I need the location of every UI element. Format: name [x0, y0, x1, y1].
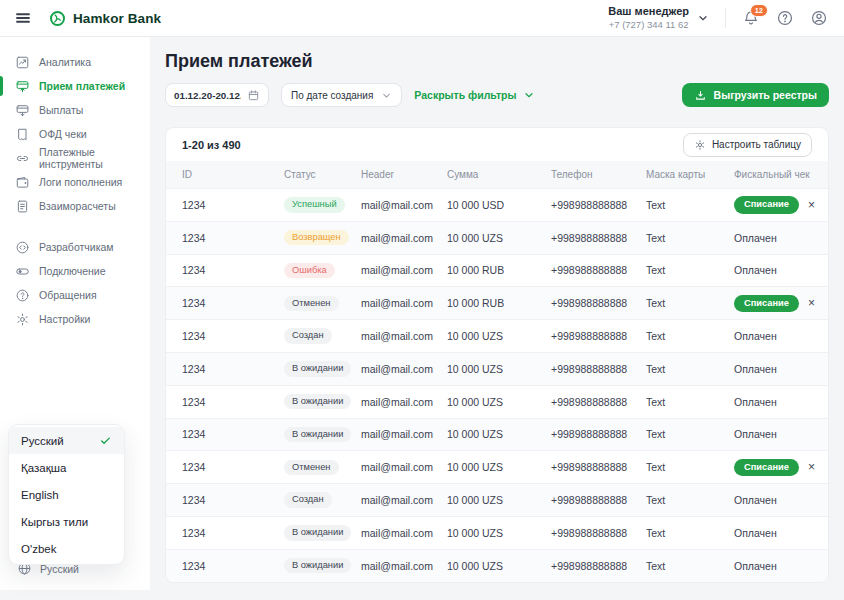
sidebar-item-gear[interactable]: Настройки — [0, 307, 150, 331]
status-badge: Успешный — [284, 197, 345, 212]
manager-phone: +7 (727) 344 11 62 — [609, 19, 689, 31]
table-row[interactable]: 1234 Ошибка mail@mail.com 10 000 RUB +99… — [166, 254, 828, 287]
cell-id: 1234 — [182, 428, 284, 440]
fiscal-status-text: Оплачен — [734, 363, 777, 375]
status-badge: В ожидании — [284, 394, 351, 409]
table-row[interactable]: 1234 Отменен mail@mail.com 10 000 UZS +9… — [166, 450, 828, 483]
notifications-count-badge: 12 — [750, 4, 768, 17]
sidebar-item-wallet[interactable]: Логи пополнения — [0, 170, 150, 194]
topbar-divider — [725, 8, 726, 28]
cell-status: В ожидании — [284, 361, 361, 376]
language-menu-item[interactable]: O'zbek — [9, 535, 124, 562]
sort-by-value: По дате создания — [291, 90, 373, 101]
sidebar-item-toggle[interactable]: Подключение — [0, 259, 150, 283]
manager-chevron-down-icon[interactable] — [697, 12, 709, 24]
language-menu-item-label: O'zbek — [21, 543, 56, 555]
export-registries-button[interactable]: Выгрузить реестры — [682, 83, 829, 107]
sidebar-item-payments-in[interactable]: Прием платежей — [0, 74, 150, 98]
date-range-field[interactable] — [165, 83, 269, 107]
language-menu-item[interactable]: Русский — [9, 427, 124, 454]
sidebar-item-analytics[interactable]: Аналитика — [0, 50, 150, 74]
sidebar-item-label: Выплаты — [39, 104, 83, 116]
cell-header: mail@mail.com — [361, 428, 447, 440]
sort-by-select[interactable]: По дате создания — [281, 83, 402, 107]
fiscal-writeoff-badge[interactable]: Списание — [734, 196, 799, 213]
cell-fiscal: Оплачен — [734, 527, 812, 539]
calendar-icon[interactable] — [247, 89, 260, 102]
cell-card-mask: Text — [646, 527, 734, 539]
table-row[interactable]: 1234 Успешный mail@mail.com 10 000 USD +… — [166, 188, 828, 221]
language-menu-item[interactable]: Кыргыз тили — [9, 508, 124, 535]
configure-table-label: Настроить таблицу — [712, 139, 801, 150]
filter-bar: По дате создания Раскрыть фильтры Выгруз… — [165, 83, 829, 107]
table-row[interactable]: 1234 Создан mail@mail.com 10 000 UZS +99… — [166, 319, 828, 352]
profile-icon[interactable] — [810, 9, 828, 27]
export-registries-label: Выгрузить реестры — [714, 89, 817, 101]
configure-table-button[interactable]: Настроить таблицу — [683, 133, 812, 157]
status-badge: Создан — [284, 492, 332, 507]
table-row[interactable]: 1234 В ожидании mail@mail.com 10 000 UZS… — [166, 418, 828, 451]
table-header-row: IDСтатусHeaderСуммаТелефонМаска картыФис… — [166, 161, 828, 188]
cell-amount: 10 000 UZS — [447, 428, 551, 440]
developers-icon — [15, 240, 30, 255]
status-badge: Отменен — [284, 460, 339, 475]
gear-icon — [694, 139, 706, 151]
date-range-input[interactable] — [174, 90, 241, 101]
fiscal-writeoff-badge[interactable]: Списание — [734, 295, 799, 312]
cell-header: mail@mail.com — [361, 199, 447, 211]
cell-amount: 10 000 UZS — [447, 560, 551, 572]
cell-phone: +998988888888 — [551, 363, 646, 375]
column-header: Статус — [284, 169, 361, 180]
sidebar-item-question-circle[interactable]: Обращения — [0, 283, 150, 307]
page-title: Прием платежей — [165, 51, 829, 72]
cell-phone: +998988888888 — [551, 264, 646, 276]
sidebar-item-developers[interactable]: Разработчикам — [0, 235, 150, 259]
table-row[interactable]: 1234 Отменен mail@mail.com 10 000 RUB +9… — [166, 286, 828, 319]
payments-table-card: 1-20 из 490 Настроить таблицу IDСтатусHe… — [165, 127, 829, 583]
menu-icon[interactable] — [14, 8, 34, 28]
table-row[interactable]: 1234 В ожидании mail@mail.com 10 000 UZS… — [166, 352, 828, 385]
table-row[interactable]: 1234 В ожидании mail@mail.com 10 000 UZS… — [166, 549, 828, 582]
cell-status: Возвращен — [284, 230, 361, 245]
filters-chevron-down-icon — [523, 89, 535, 101]
sidebar-item-label: Взаиморасчеты — [39, 200, 116, 212]
brand-logo[interactable]: Hamkor Bank — [49, 10, 161, 27]
cell-amount: 10 000 UZS — [447, 396, 551, 408]
cell-status: Создан — [284, 328, 361, 343]
table-row[interactable]: 1234 В ожидании mail@mail.com 10 000 UZS… — [166, 385, 828, 418]
sidebar-item-payouts[interactable]: Выплаты — [0, 98, 150, 122]
cell-card-mask: Text — [646, 264, 734, 276]
help-icon[interactable] — [776, 9, 794, 27]
table-row[interactable]: 1234 Создан mail@mail.com 10 000 UZS +99… — [166, 483, 828, 516]
status-badge: Ошибка — [284, 263, 335, 278]
cell-card-mask: Text — [646, 297, 734, 309]
language-menu-item[interactable]: English — [9, 481, 124, 508]
status-badge: Отменен — [284, 296, 339, 311]
sidebar-item-receipt[interactable]: ОФД чеки — [0, 122, 150, 146]
table-row[interactable]: 1234 В ожидании mail@mail.com 10 000 UZS… — [166, 516, 828, 549]
status-badge: Возвращен — [284, 230, 349, 245]
receipt-icon — [15, 127, 30, 142]
fiscal-writeoff-badge[interactable]: Списание — [734, 459, 799, 476]
column-header: Фискальный чек — [734, 169, 812, 180]
dismiss-writeoff-icon[interactable]: × — [808, 297, 815, 309]
dismiss-writeoff-icon[interactable]: × — [808, 199, 815, 211]
cell-amount: 10 000 UZS — [447, 494, 551, 506]
sidebar-item-link[interactable]: Платежные инструменты — [0, 146, 150, 170]
notifications-bell-icon[interactable]: 12 — [742, 9, 760, 27]
cell-status: Отменен — [284, 296, 361, 311]
sidebar-item-document[interactable]: Взаиморасчеты — [0, 194, 150, 218]
cell-fiscal: Оплачен — [734, 264, 812, 276]
table-row[interactable]: 1234 Возвращен mail@mail.com 10 000 UZS … — [166, 221, 828, 254]
check-icon — [99, 434, 112, 447]
cell-fiscal: Оплачен — [734, 330, 812, 342]
wallet-icon — [15, 175, 30, 190]
language-menu-item[interactable]: Қазақша — [9, 454, 124, 481]
expand-filters-link[interactable]: Раскрыть фильтры — [414, 89, 535, 101]
cell-id: 1234 — [182, 461, 284, 473]
language-menu-item-label: Қазақша — [21, 462, 66, 474]
dismiss-writeoff-icon[interactable]: × — [808, 461, 815, 473]
cell-id: 1234 — [182, 396, 284, 408]
expand-filters-label: Раскрыть фильтры — [414, 89, 516, 101]
cell-phone: +998988888888 — [551, 199, 646, 211]
